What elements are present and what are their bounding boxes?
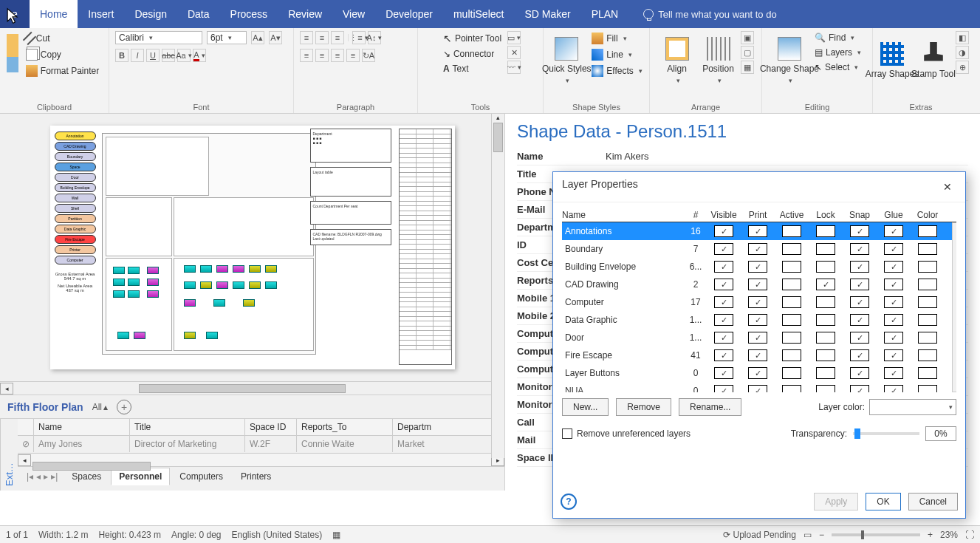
bold-button[interactable]: B <box>115 49 129 62</box>
layer-checkbox[interactable] <box>884 261 903 273</box>
layer-row[interactable]: Annotations16 <box>562 222 956 240</box>
case-button[interactable]: Aa <box>177 49 191 62</box>
layer-checkbox[interactable] <box>714 261 733 273</box>
layer-checkbox[interactable] <box>748 225 767 237</box>
add-page-button[interactable]: + <box>117 400 131 414</box>
layer-list[interactable]: ▴ Annotations16Boundary7Building Envelop… <box>562 222 956 392</box>
layer-checkbox[interactable] <box>748 385 767 392</box>
layer-checkbox[interactable] <box>714 243 733 255</box>
status-lang[interactable]: English (United States) <box>232 530 323 540</box>
group-button[interactable]: ▦ <box>741 61 754 74</box>
layer-checkbox[interactable] <box>782 296 801 308</box>
tab-process[interactable]: Process <box>220 0 278 28</box>
font-face-combo[interactable]: Calibri <box>115 31 202 44</box>
canvas-hscroll[interactable] <box>13 383 491 395</box>
layer-checkbox[interactable] <box>850 367 869 379</box>
italic-button[interactable]: I <box>131 49 144 62</box>
layer-checkbox[interactable] <box>918 385 937 392</box>
send-back-button[interactable]: ▢ <box>741 46 754 59</box>
align-mid-button[interactable]: ≡ <box>315 31 329 44</box>
paste-icon[interactable] <box>7 34 18 72</box>
layer-checkbox[interactable] <box>816 261 835 273</box>
layers-button[interactable]: ▤Layers <box>812 46 864 59</box>
layer-checkbox[interactable] <box>748 261 767 273</box>
text-tool-button[interactable]: AText <box>440 62 504 75</box>
canvas-viewport[interactable]: AnnotationCAD DrawingBoundarySpaceDoorBu… <box>0 114 504 381</box>
align-left-button[interactable]: ≡ <box>300 49 313 62</box>
layer-checkbox[interactable] <box>918 261 937 273</box>
text-direction-button[interactable]: A↕ <box>368 31 381 44</box>
rotate-button[interactable]: ↻A <box>362 49 375 62</box>
layer-row[interactable]: CAD Drawing2 <box>562 276 956 293</box>
layer-checkbox[interactable] <box>816 314 835 326</box>
select-button[interactable]: ↖Select <box>812 61 864 74</box>
layer-checkbox[interactable] <box>884 385 903 392</box>
layer-checkbox[interactable] <box>748 349 767 361</box>
ok-button[interactable]: OK <box>866 493 900 510</box>
font-size-combo[interactable]: 6pt <box>207 31 247 44</box>
layer-row[interactable]: Fire Escape41 <box>562 346 956 364</box>
layer-checkbox[interactable] <box>782 279 801 290</box>
apply-button[interactable]: Apply <box>814 493 858 510</box>
layer-checkbox[interactable] <box>782 349 801 361</box>
layer-checkbox[interactable] <box>850 243 869 255</box>
sheet-printers[interactable]: Printers <box>233 468 279 485</box>
copy-button[interactable]: Copy <box>23 47 102 62</box>
layer-checkbox[interactable] <box>816 367 835 379</box>
external-data-tab[interactable]: Ext… <box>0 419 18 491</box>
col-name[interactable]: Name <box>34 419 130 435</box>
layer-checkbox[interactable] <box>748 332 767 344</box>
zoom-in-button[interactable]: + <box>928 530 933 540</box>
freeform-tool-button[interactable]: 〰 <box>507 61 521 74</box>
layer-checkbox[interactable] <box>884 332 903 344</box>
zoom-value[interactable]: 23% <box>940 530 958 540</box>
layer-checkbox[interactable] <box>918 367 937 379</box>
extra1-button[interactable]: ◧ <box>956 31 969 44</box>
layer-row[interactable]: Boundary7 <box>562 240 956 258</box>
cancel-button[interactable]: Cancel <box>908 493 958 510</box>
layer-checkbox[interactable] <box>918 296 937 308</box>
layer-checkbox[interactable] <box>714 225 733 237</box>
layer-checkbox[interactable] <box>782 332 801 344</box>
layer-checkbox[interactable] <box>850 279 869 290</box>
layer-checkbox[interactable] <box>850 314 869 326</box>
layer-checkbox[interactable] <box>782 243 801 255</box>
grid-scroll-left[interactable]: ◂ <box>18 454 31 466</box>
upload-status[interactable]: ⟳ Upload Pending <box>723 530 796 540</box>
page-name[interactable]: Fifth Floor Plan <box>7 401 83 413</box>
zoom-slider[interactable] <box>832 533 920 536</box>
rename-layer-button[interactable]: Rename... <box>679 398 741 416</box>
layer-checkbox[interactable] <box>884 279 903 290</box>
layer-checkbox[interactable] <box>782 367 801 379</box>
find-button[interactable]: 🔍Find <box>812 31 864 44</box>
layer-checkbox[interactable] <box>816 279 835 290</box>
layer-checkbox[interactable] <box>748 367 767 379</box>
dialog-close-button[interactable]: ✕ <box>939 178 956 196</box>
new-layer-button[interactable]: New... <box>562 398 609 416</box>
layer-checkbox[interactable] <box>884 314 903 326</box>
sheet-nav[interactable]: |◂◂▸▸| <box>22 471 62 482</box>
layer-checkbox[interactable] <box>884 367 903 379</box>
extra2-button[interactable]: ◑ <box>956 46 969 59</box>
tab-sdmaker[interactable]: SD Maker <box>514 0 580 28</box>
layer-checkbox[interactable] <box>918 225 937 237</box>
hscroll-left[interactable]: ◂ <box>0 383 13 395</box>
layer-checkbox[interactable] <box>748 314 767 326</box>
rectangle-tool-button[interactable]: ▭ <box>507 31 521 44</box>
tab-design[interactable]: Design <box>124 0 177 28</box>
change-shape-button[interactable]: Change Shape <box>770 31 809 90</box>
layer-row[interactable]: Data Graphic1... <box>562 311 956 329</box>
layer-checkbox[interactable] <box>816 296 835 308</box>
layer-checkbox[interactable] <box>850 296 869 308</box>
layer-checkbox[interactable] <box>918 332 937 344</box>
layer-checkbox[interactable] <box>714 332 733 344</box>
stamp-tool-button[interactable]: Stamp Tool <box>914 31 953 90</box>
sheet-computers[interactable]: Computers <box>171 468 231 485</box>
layer-checkbox[interactable] <box>782 261 801 273</box>
layer-color-combo[interactable] <box>869 399 956 415</box>
shape-data-row[interactable]: NameKim Akers <box>517 148 968 165</box>
col-reports[interactable]: Reports_To <box>297 419 393 435</box>
x-tool-button[interactable]: ✕ <box>507 46 521 59</box>
help-button[interactable]: ? <box>561 494 577 510</box>
cut-button[interactable]: Cut <box>23 31 102 46</box>
